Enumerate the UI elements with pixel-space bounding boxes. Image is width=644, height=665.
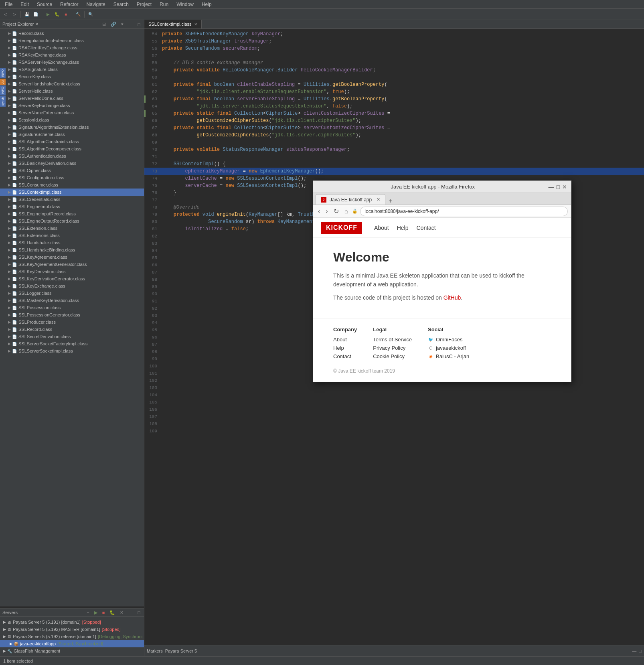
file-item-rsakey[interactable]: ▶ 📄 RSAKeyExchange.class (0, 51, 144, 59)
file-item-sslkeyagreement[interactable]: ▶ 📄 SSLKeyAgreement.class (0, 253, 144, 261)
servers-stop-btn[interactable]: ■ (101, 610, 106, 615)
file-item-sslrecord[interactable]: ▶ 📄 SSLRecord.class (0, 326, 144, 333)
browser-tab-close[interactable]: ✕ (377, 197, 380, 202)
file-item-rsaclient[interactable]: ▶ 📄 RSAClientKeyExchange.class (0, 44, 144, 51)
file-item-sslengineimpl[interactable]: ▶ 📄 SSLEngineImpl.class (0, 203, 144, 210)
editor-tab-sslcontext[interactable]: SSLContextImpl.class ✕ (144, 20, 202, 28)
file-item-sigalg[interactable]: ▶ 📄 SignatureAlgorithmsExtension.class (0, 124, 144, 131)
nav-home-btn[interactable]: ⌂ (343, 207, 350, 216)
browser-close-btn[interactable]: ✕ (562, 184, 567, 190)
browser-maximize-btn[interactable]: □ (557, 184, 560, 190)
footer-social-omnifaces[interactable]: 🐦 OmniFaces (428, 337, 469, 343)
file-item-sslhandshakebind[interactable]: ▶ 📄 SSLHandshakeBinding.class (0, 246, 144, 253)
servers-debug-btn[interactable]: 🐛 (108, 610, 116, 616)
menu-source[interactable]: Source (35, 1, 54, 8)
file-item-sslconfig[interactable]: ▶ 📄 SSLConfiguration.class (0, 174, 144, 181)
file-item-serverhandshake[interactable]: ▶ 📄 ServerHandshakeContext.class (0, 80, 144, 87)
server-item-payara191[interactable]: ▶ 🖥 Payara Server 5 (5.191) [domain1] [S… (0, 618, 144, 626)
file-item-sslcredentials[interactable]: ▶ 📄 SSLCredentials.class (0, 196, 144, 203)
footer-link-about[interactable]: About (333, 337, 357, 343)
servers-start-btn[interactable]: ▶ (93, 610, 99, 616)
server-item-glassfish[interactable]: ▶ 🔧 GlassFish Management (0, 647, 144, 655)
file-item-sslserverfactory[interactable]: ▶ 📄 SSLServerSocketFactoryImpl.class (0, 340, 144, 347)
file-item-ssllogger[interactable]: ▶ 📄 SSLLogger.class (0, 290, 144, 297)
menu-file[interactable]: File (3, 1, 14, 8)
file-item-sslconsumer[interactable]: ▶ 📄 SSLConsumer.class (0, 181, 144, 189)
collapse-all-btn[interactable]: ⊟ (101, 21, 107, 27)
menu-search[interactable]: Search (112, 1, 130, 8)
file-item-sslengineoutput[interactable]: ▶ 📄 SSLEngineOutputRecord.class (0, 217, 144, 225)
browser-minimize-btn[interactable]: — (549, 184, 554, 190)
server-item-payara192release[interactable]: ▶ 🖥 Payara Server 5 (5.192) release [dom… (0, 633, 144, 640)
file-item-sslalgoconst[interactable]: ▶ 📄 SSLAlgorithmConstraints.class (0, 138, 144, 145)
file-item-rsaserver[interactable]: ▶ 📄 RSAServerKeyExchange.class (0, 59, 144, 66)
file-item-sslpossession[interactable]: ▶ 📄 SSLPossession.class (0, 304, 144, 311)
minimize-btn[interactable]: — (127, 22, 134, 27)
toolbar-forward-btn[interactable]: ▷ (10, 10, 18, 18)
file-item-servernameext[interactable]: ▶ 📄 ServerNameExtension.class (0, 109, 144, 116)
file-item-sslsecret[interactable]: ▶ 📄 SSLSecretDerivation.class (0, 333, 144, 340)
footer-social-balusc[interactable]: ◉ BalusC - Arjan (428, 353, 469, 359)
footer-link-help[interactable]: Help (333, 345, 357, 351)
file-item-sslcipher[interactable]: ▶ 📄 SSLCipher.class (0, 167, 144, 174)
footer-link-privacy[interactable]: Privacy Policy (373, 345, 412, 351)
footer-link-cookie[interactable]: Cookie Policy (373, 353, 412, 359)
file-item-sslmasterkey[interactable]: ▶ 📄 SSLMasterKeyDerivation.class (0, 297, 144, 304)
markers-minimize-btn[interactable]: — (632, 649, 636, 653)
toolbar-debug-btn[interactable]: 🐛 (53, 10, 61, 18)
notif-info-1[interactable]: INFO (0, 68, 6, 78)
footer-link-contact[interactable]: Contact (333, 353, 357, 359)
notif-info-2[interactable]: INFO (0, 85, 6, 95)
file-item-sessionid[interactable]: ▶ 📄 SessionId.class (0, 116, 144, 124)
file-item-sslextensions[interactable]: ▶ 📄 SSLExtensions.class (0, 232, 144, 239)
webapp-nav-help[interactable]: Help (397, 225, 409, 231)
file-item-sslkeyexch[interactable]: ▶ 📄 SSLKeyExchange.class (0, 282, 144, 290)
file-item-sslalgocomp[interactable]: ▶ 📄 SSLAlgorithmDecomposer.class (0, 145, 144, 152)
toolbar-new-btn[interactable]: 📄 (32, 10, 40, 18)
new-tab-btn[interactable]: + (385, 197, 395, 205)
toolbar-run-btn[interactable]: ▶ (44, 10, 52, 18)
server-item-payara192master[interactable]: ▶ 🖥 Payara Server 5 (5.192) MASTER [doma… (0, 626, 144, 633)
footer-link-tos[interactable]: Terms of Service (373, 337, 412, 343)
nav-reload-btn[interactable]: ↻ (332, 207, 340, 216)
file-item-serverkeyexchange[interactable]: ▶ 📄 ServerKeyExchange.class (0, 102, 144, 109)
toolbar-stop-btn[interactable]: ■ (62, 10, 70, 18)
file-item-rsasig[interactable]: ▶ 📄 RSASignature.class (0, 66, 144, 73)
file-item-sslserversocket[interactable]: ▶ 📄 SSLServerSocketImpl.class (0, 347, 144, 355)
menu-project[interactable]: Project (135, 1, 153, 8)
server-item-javaeekickoff[interactable]: ▶ 📦 java-ee-kickoffapp [Started, Synchro… (0, 640, 144, 647)
address-input[interactable] (360, 207, 568, 216)
file-item-serverhello[interactable]: ▶ 📄 ServerHello.class (0, 87, 144, 95)
webapp-github-link[interactable]: GitHub (444, 294, 461, 301)
file-item-sslbasickey[interactable]: ▶ 📄 SSLBasicKeyDerivation.class (0, 160, 144, 167)
file-item-sslhandshake[interactable]: ▶ 📄 SSLHandshake.class (0, 239, 144, 246)
file-item-sslextension[interactable]: ▶ 📄 SSLExtension.class (0, 225, 144, 232)
menu-edit[interactable]: Edit (19, 1, 30, 8)
file-item-sslcontextimpl[interactable]: ▶ 📄 SSLContextImpl.class (0, 189, 144, 196)
file-item-renegotiation[interactable]: ▶ 📄 RenegotiationInfoExtension.class (0, 37, 144, 44)
footer-social-javaee[interactable]: ⬡ javaeekickoff (428, 345, 469, 351)
file-item-record[interactable]: ▶ 📄 Record.class (0, 30, 144, 37)
file-item-sslkeyderivgen[interactable]: ▶ 📄 SSLKeyDerivationGenerator.class (0, 275, 144, 282)
file-item-securekey[interactable]: ▶ 📄 SecureKey.class (0, 73, 144, 80)
file-item-sslkeyderiv[interactable]: ▶ 📄 SSLKeyDerivation.class (0, 268, 144, 275)
toolbar-build-btn[interactable]: 🔨 (74, 10, 82, 18)
link-editor-btn[interactable]: 🔗 (109, 21, 117, 27)
servers-maximize-btn[interactable]: □ (136, 610, 142, 615)
menu-refactor[interactable]: Refactor (59, 1, 80, 8)
toolbar-save-btn[interactable]: 💾 (23, 10, 31, 18)
servers-minimize-btn[interactable]: — (127, 610, 134, 615)
explorer-menu-btn[interactable]: ▾ (120, 21, 125, 27)
nav-forward-btn[interactable]: › (324, 207, 329, 216)
nav-back-btn[interactable]: ‹ (316, 207, 322, 216)
file-item-sslkeyagreementgen[interactable]: ▶ 📄 SSLKeyAgreementGenerator.class (0, 261, 144, 268)
file-item-sslengineinput[interactable]: ▶ 📄 SSLEngineInputRecord.class (0, 210, 144, 217)
notif-synch[interactable]: synch (0, 96, 6, 107)
file-item-serverhellodone[interactable]: ▶ 📄 ServerHelloDone.class (0, 95, 144, 102)
menu-run[interactable]: Run (158, 1, 170, 8)
file-item-sslproducer[interactable]: ▶ 📄 SSLProducer.class (0, 318, 144, 326)
notif-jul[interactable]: Jul (0, 79, 6, 85)
menu-navigate[interactable]: Navigate (85, 1, 107, 8)
menu-help[interactable]: Help (200, 1, 213, 8)
toolbar-search-btn[interactable]: 🔍 (87, 10, 95, 18)
